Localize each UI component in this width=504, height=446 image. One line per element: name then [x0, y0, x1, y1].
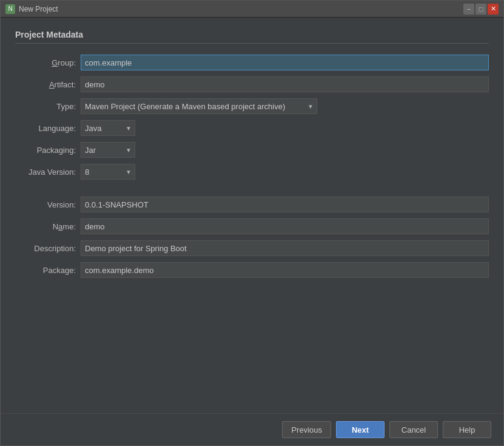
new-project-dialog: N New Project − □ ✕ Project Metadata Gro…: [0, 0, 504, 446]
package-label: Package:: [15, 266, 76, 275]
artifact-input[interactable]: [81, 76, 489, 92]
description-input[interactable]: [81, 240, 489, 256]
window-title: New Project: [19, 5, 460, 13]
packaging-row: Packaging: Jar War ▼: [15, 142, 489, 158]
name-label: Name:: [15, 222, 76, 231]
type-row: Type: Maven Project (Generate a Maven ba…: [15, 98, 489, 114]
type-label: Type:: [15, 102, 76, 111]
packaging-select[interactable]: Jar War: [81, 142, 135, 158]
cancel-button[interactable]: Cancel: [389, 421, 438, 438]
group-row: Group:: [15, 55, 489, 70]
packaging-select-wrapper: Jar War ▼: [81, 142, 135, 158]
type-label-text: Type:: [56, 102, 76, 111]
type-select-wrapper: Maven Project (Generate a Maven based pr…: [81, 98, 317, 114]
name-row: Name:: [15, 218, 489, 234]
version-label: Version:: [15, 200, 76, 209]
next-button[interactable]: Next: [336, 421, 385, 438]
group-label-text: Group:: [52, 58, 76, 67]
group-input[interactable]: [81, 55, 489, 70]
java-version-label: Java Version:: [15, 167, 76, 177]
packaging-label-text: Packaging:: [37, 146, 76, 155]
spacer: [15, 186, 489, 191]
description-row: Description:: [15, 240, 489, 256]
packaging-label: Packaging:: [15, 146, 76, 155]
package-row: Package:: [15, 262, 489, 278]
artifact-row: Artifact:: [15, 76, 489, 92]
name-label-text: Name:: [53, 222, 76, 231]
dialog-content: Project Metadata Group: Artifact: Type:: [1, 18, 503, 413]
section-title: Project Metadata: [15, 30, 489, 44]
title-bar: N New Project − □ ✕: [1, 1, 503, 18]
maximize-button[interactable]: □: [475, 4, 486, 15]
version-label-text: Version:: [47, 200, 76, 209]
package-input[interactable]: [81, 262, 489, 278]
window-icon: N: [5, 4, 15, 14]
java-version-select-wrapper: 8 11 17 21 ▼: [81, 164, 135, 180]
package-label-text: Package:: [43, 266, 76, 275]
language-label: Language:: [15, 124, 76, 133]
artifact-label: Artifact:: [15, 80, 76, 89]
window-controls: − □ ✕: [463, 4, 499, 15]
language-row: Language: Java Kotlin Groovy ▼: [15, 120, 489, 136]
close-button[interactable]: ✕: [488, 4, 499, 15]
previous-button[interactable]: Previous: [282, 421, 331, 438]
description-label: Description:: [15, 244, 76, 253]
java-version-row: Java Version: 8 11 17 21 ▼: [15, 164, 489, 180]
help-button[interactable]: Help: [443, 421, 491, 438]
java-version-label-text: Java Version:: [29, 167, 76, 177]
dialog-footer: Previous Next Cancel Help: [1, 413, 503, 445]
version-row: Version:: [15, 197, 489, 212]
name-input[interactable]: [81, 218, 489, 234]
form-area: Group: Artifact: Type: Maven Project (Ge…: [15, 55, 489, 278]
artifact-label-text: Artifact:: [49, 80, 76, 89]
language-label-text: Language:: [39, 124, 76, 133]
type-select[interactable]: Maven Project (Generate a Maven based pr…: [81, 98, 317, 114]
group-label: Group:: [15, 58, 76, 67]
version-input[interactable]: [81, 197, 489, 212]
java-version-select[interactable]: 8 11 17 21: [81, 164, 135, 180]
description-label-text: Description:: [34, 244, 76, 253]
content-spacer: [15, 278, 489, 401]
minimize-button[interactable]: −: [463, 4, 474, 15]
language-select-wrapper: Java Kotlin Groovy ▼: [81, 120, 135, 136]
language-select[interactable]: Java Kotlin Groovy: [81, 120, 135, 136]
